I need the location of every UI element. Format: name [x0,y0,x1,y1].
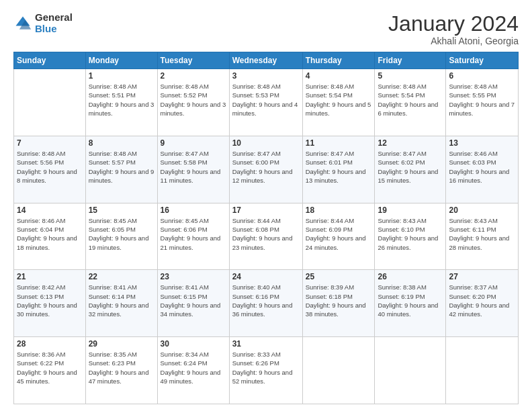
day-info: Sunrise: 8:38 AMSunset: 6:19 PMDaylight:… [378,283,438,318]
logo-text: General Blue [35,12,73,34]
day-info: Sunrise: 8:41 AMSunset: 6:15 PMDaylight:… [161,283,221,318]
day-number: 29 [89,339,154,349]
day-info: Sunrise: 8:36 AMSunset: 6:22 PMDaylight:… [17,351,77,385]
day-number: 12 [378,138,443,148]
day-number: 27 [449,272,515,281]
day-info: Sunrise: 8:45 AMSunset: 6:05 PMDaylight:… [89,217,149,251]
day-info: Sunrise: 8:48 AMSunset: 5:51 PMDaylight:… [89,83,154,117]
day-info: Sunrise: 8:35 AMSunset: 6:23 PMDaylight:… [89,351,149,385]
day-number: 31 [232,339,300,349]
table-row [446,337,519,404]
table-row: 25Sunrise: 8:39 AMSunset: 6:18 PMDayligh… [302,270,375,337]
table-row: 15Sunrise: 8:45 AMSunset: 6:05 PMDayligh… [85,203,157,270]
table-row: 9Sunrise: 8:47 AMSunset: 5:58 PMDaylight… [157,136,229,203]
day-info: Sunrise: 8:45 AMSunset: 6:06 PMDaylight:… [161,217,221,251]
logo: General Blue [13,12,73,34]
day-number: 6 [449,71,515,81]
calendar-week-row: 1Sunrise: 8:48 AMSunset: 5:51 PMDaylight… [14,69,519,136]
table-row: 8Sunrise: 8:48 AMSunset: 5:57 PMDaylight… [85,136,157,203]
table-row: 30Sunrise: 8:34 AMSunset: 6:24 PMDayligh… [157,337,229,404]
table-row: 14Sunrise: 8:46 AMSunset: 6:04 PMDayligh… [14,203,86,270]
day-info: Sunrise: 8:48 AMSunset: 5:54 PMDaylight:… [378,83,438,117]
table-row: 17Sunrise: 8:44 AMSunset: 6:08 PMDayligh… [229,203,302,270]
day-info: Sunrise: 8:46 AMSunset: 6:03 PMDaylight:… [449,150,509,184]
day-number: 22 [89,272,154,281]
day-number: 3 [232,71,300,81]
day-number: 14 [17,205,83,215]
day-info: Sunrise: 8:44 AMSunset: 6:08 PMDaylight:… [232,217,293,251]
table-row: 29Sunrise: 8:35 AMSunset: 6:23 PMDayligh… [85,337,157,404]
table-row: 11Sunrise: 8:47 AMSunset: 6:01 PMDayligh… [302,136,375,203]
table-row: 6Sunrise: 8:48 AMSunset: 5:55 PMDaylight… [446,69,519,136]
table-row: 20Sunrise: 8:43 AMSunset: 6:11 PMDayligh… [446,203,519,270]
day-number: 26 [378,272,443,281]
day-number: 23 [161,272,226,281]
col-tuesday: Tuesday [157,52,229,69]
day-info: Sunrise: 8:48 AMSunset: 5:52 PMDaylight:… [161,83,226,117]
day-number: 28 [17,339,83,349]
location: Akhali Atoni, Georgia [388,36,519,46]
day-info: Sunrise: 8:48 AMSunset: 5:54 PMDaylight:… [306,83,371,117]
day-number: 21 [17,272,83,281]
table-row: 19Sunrise: 8:43 AMSunset: 6:10 PMDayligh… [375,203,446,270]
col-saturday: Saturday [446,52,519,69]
day-info: Sunrise: 8:37 AMSunset: 6:20 PMDaylight:… [449,283,509,318]
day-number: 8 [89,138,154,148]
day-info: Sunrise: 8:40 AMSunset: 6:16 PMDaylight:… [232,283,293,318]
day-info: Sunrise: 8:44 AMSunset: 6:09 PMDaylight:… [306,217,366,251]
logo-general-text: General [35,12,73,24]
table-row [14,69,86,136]
table-row [302,337,375,404]
day-number: 5 [378,71,443,81]
table-row: 31Sunrise: 8:33 AMSunset: 6:26 PMDayligh… [229,337,302,404]
day-number: 18 [306,205,372,215]
day-number: 15 [89,205,154,215]
day-number: 1 [89,71,154,81]
table-row: 21Sunrise: 8:42 AMSunset: 6:13 PMDayligh… [14,270,86,337]
day-info: Sunrise: 8:42 AMSunset: 6:13 PMDaylight:… [17,283,77,318]
calendar-table: Sunday Monday Tuesday Wednesday Thursday… [13,52,519,404]
day-info: Sunrise: 8:33 AMSunset: 6:26 PMDaylight:… [232,351,293,385]
col-friday: Friday [375,52,446,69]
logo-icon [13,14,32,33]
day-info: Sunrise: 8:46 AMSunset: 6:04 PMDaylight:… [17,217,77,251]
day-info: Sunrise: 8:43 AMSunset: 6:10 PMDaylight:… [378,217,438,251]
day-info: Sunrise: 8:43 AMSunset: 6:11 PMDaylight:… [449,217,509,251]
table-row: 27Sunrise: 8:37 AMSunset: 6:20 PMDayligh… [446,270,519,337]
table-row: 24Sunrise: 8:40 AMSunset: 6:16 PMDayligh… [229,270,302,337]
table-row: 3Sunrise: 8:48 AMSunset: 5:53 PMDaylight… [229,69,302,136]
day-number: 25 [306,272,372,281]
day-info: Sunrise: 8:48 AMSunset: 5:55 PMDaylight:… [449,83,515,117]
calendar-header-row: Sunday Monday Tuesday Wednesday Thursday… [14,52,519,69]
day-number: 20 [449,205,515,215]
day-info: Sunrise: 8:47 AMSunset: 6:02 PMDaylight:… [378,150,438,184]
day-info: Sunrise: 8:34 AMSunset: 6:24 PMDaylight:… [161,351,221,385]
table-row: 18Sunrise: 8:44 AMSunset: 6:09 PMDayligh… [302,203,375,270]
day-number: 11 [306,138,372,148]
day-number: 16 [161,205,226,215]
table-row: 5Sunrise: 8:48 AMSunset: 5:54 PMDaylight… [375,69,446,136]
day-number: 17 [232,205,300,215]
calendar-week-row: 14Sunrise: 8:46 AMSunset: 6:04 PMDayligh… [14,203,519,270]
table-row [375,337,446,404]
table-row: 7Sunrise: 8:48 AMSunset: 5:56 PMDaylight… [14,136,86,203]
col-wednesday: Wednesday [229,52,302,69]
logo-blue-text: Blue [35,24,73,35]
calendar-week-row: 7Sunrise: 8:48 AMSunset: 5:56 PMDaylight… [14,136,519,203]
table-row: 23Sunrise: 8:41 AMSunset: 6:15 PMDayligh… [157,270,229,337]
day-info: Sunrise: 8:41 AMSunset: 6:14 PMDaylight:… [89,283,149,318]
day-number: 10 [232,138,300,148]
day-info: Sunrise: 8:39 AMSunset: 6:18 PMDaylight:… [306,283,366,318]
day-info: Sunrise: 8:47 AMSunset: 6:00 PMDaylight:… [232,150,293,184]
header: General Blue January 2024 Akhali Atoni, … [13,12,519,46]
table-row: 26Sunrise: 8:38 AMSunset: 6:19 PMDayligh… [375,270,446,337]
page: General Blue January 2024 Akhali Atoni, … [0,0,532,411]
day-number: 4 [306,71,372,81]
title-block: January 2024 Akhali Atoni, Georgia [388,12,519,46]
day-info: Sunrise: 8:47 AMSunset: 6:01 PMDaylight:… [306,150,366,184]
table-row: 10Sunrise: 8:47 AMSunset: 6:00 PMDayligh… [229,136,302,203]
table-row: 16Sunrise: 8:45 AMSunset: 6:06 PMDayligh… [157,203,229,270]
calendar-week-row: 21Sunrise: 8:42 AMSunset: 6:13 PMDayligh… [14,270,519,337]
table-row: 4Sunrise: 8:48 AMSunset: 5:54 PMDaylight… [302,69,375,136]
day-number: 9 [161,138,226,148]
